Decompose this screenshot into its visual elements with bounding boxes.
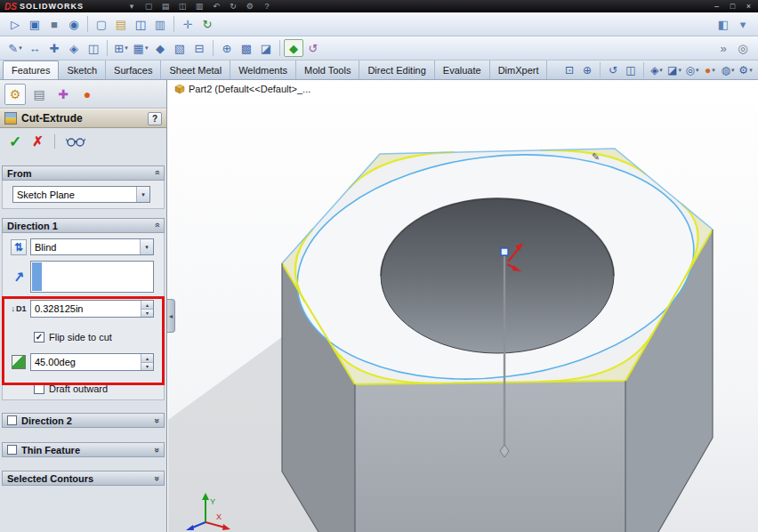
toolbar-pin-icon[interactable]: ◎: [733, 39, 753, 57]
hide-show-items-icon[interactable]: ◎▾: [683, 62, 701, 78]
macro-record-icon[interactable]: ◉: [64, 15, 84, 33]
new-part-icon[interactable]: ▢: [92, 15, 111, 33]
tab-sheet-metal[interactable]: Sheet Metal: [161, 60, 230, 79]
flip-side-checkbox[interactable]: ✓: [34, 332, 44, 343]
move-entities-icon[interactable]: ⊟: [190, 39, 209, 57]
thin-feature-checkbox[interactable]: [7, 445, 17, 455]
curvature-icon[interactable]: ↺: [303, 39, 323, 57]
sketch-tool-icon[interactable]: ✎▾: [5, 39, 25, 57]
mass-properties-icon[interactable]: ▩: [237, 39, 256, 57]
convert-entities-icon[interactable]: ◈: [64, 39, 84, 57]
collapse-group-icon[interactable]: »: [152, 171, 162, 175]
measure-icon[interactable]: ⊕: [217, 39, 237, 57]
feature-tree-root[interactable]: Part2 (Default<<Default>_...: [174, 84, 310, 94]
rapid-sketch-icon[interactable]: ▧: [170, 39, 190, 57]
selected-contours-group-header[interactable]: Selected Contours »: [2, 471, 165, 486]
save-file-icon[interactable]: ◫: [131, 15, 150, 33]
open-file-icon[interactable]: ▤: [111, 15, 131, 33]
rebuild-icon[interactable]: ↻: [228, 1, 238, 12]
zoom-to-fit-icon[interactable]: ⊡: [560, 62, 578, 78]
edit-appearance-icon[interactable]: ●▾: [701, 62, 719, 78]
repair-sketch-icon[interactable]: ▦▾: [131, 39, 150, 57]
displaymanager-tab[interactable]: ●: [77, 84, 98, 105]
macro-stop-icon[interactable]: ■: [44, 15, 64, 33]
print-file-icon[interactable]: ▥: [150, 15, 170, 33]
tab-evaluate[interactable]: Evaluate: [435, 60, 490, 79]
dropdown-arrow-icon[interactable]: ▾: [140, 239, 153, 254]
tab-direct-editing[interactable]: Direct Editing: [359, 60, 434, 79]
macro-pause-icon[interactable]: ▣: [25, 15, 44, 33]
thin-feature-group-header[interactable]: Thin Feature »: [2, 442, 165, 457]
quick-snaps-icon[interactable]: ◆: [150, 39, 170, 57]
save-icon[interactable]: ◫: [177, 1, 188, 12]
undo-icon[interactable]: ↶: [211, 1, 222, 12]
hex-nut-body[interactable]: [282, 133, 713, 532]
draft-angle-field[interactable]: 45.00deg ▴ ▾: [30, 353, 154, 371]
close-button[interactable]: ×: [744, 1, 754, 12]
detailed-preview-icon[interactable]: [66, 136, 85, 147]
minimize-button[interactable]: –: [712, 1, 722, 12]
tab-features[interactable]: Features: [3, 60, 59, 79]
tab-surfaces[interactable]: Surfaces: [106, 60, 161, 79]
section-properties-icon[interactable]: ◪: [256, 39, 276, 57]
draft-outward-checkbox[interactable]: [34, 383, 44, 394]
tab-sketch[interactable]: Sketch: [59, 60, 106, 79]
sketch-center-point[interactable]: [501, 248, 508, 255]
toolbar-options-caret-icon[interactable]: ▾: [733, 15, 753, 33]
draft-spinner[interactable]: ▴ ▾: [141, 354, 153, 370]
expand-group-icon[interactable]: »: [152, 447, 162, 452]
zoom-to-area-icon[interactable]: ⊕: [578, 62, 596, 78]
mirror-entities-icon[interactable]: ◫: [84, 39, 103, 57]
part-tree-label[interactable]: Part2 (Default<<Default>_...: [189, 84, 310, 94]
expand-group-icon[interactable]: »: [152, 476, 162, 480]
apply-scene-icon[interactable]: ◍▾: [719, 62, 737, 78]
tab-dimxpert[interactable]: DimXpert: [490, 60, 548, 79]
new-document-icon[interactable]: ▢: [143, 1, 154, 12]
rebuild-model-icon[interactable]: ↻: [198, 15, 217, 33]
display-style-icon[interactable]: ◪▾: [665, 62, 683, 78]
ok-button[interactable]: ✓: [9, 133, 21, 151]
macro-run-icon[interactable]: ▷: [5, 15, 25, 33]
open-document-icon[interactable]: ▤: [160, 1, 171, 12]
graphics-area[interactable]: ✎ Y X Part2 (Default<<Default>_...: [168, 80, 758, 532]
task-pane-toggle-icon[interactable]: ◧: [714, 15, 733, 33]
smart-dimension-icon[interactable]: ↔: [25, 39, 44, 57]
propertymanager-collapse-handle[interactable]: ◄: [167, 299, 175, 333]
view-orientation-icon[interactable]: ◈▾: [648, 62, 665, 78]
expand-group-icon[interactable]: »: [152, 418, 162, 423]
help-button[interactable]: ?: [148, 112, 162, 125]
cancel-button[interactable]: ✗: [32, 133, 44, 149]
direction1-group-header[interactable]: Direction 1 »: [2, 218, 165, 233]
collapse-group-icon[interactable]: »: [152, 223, 162, 228]
3d-model-view[interactable]: ✎ Y X: [168, 80, 758, 532]
expand-toolbar-icon[interactable]: »: [714, 39, 733, 57]
bore-hole[interactable]: [381, 198, 614, 353]
tab-mold-tools[interactable]: Mold Tools: [296, 60, 359, 79]
select-icon[interactable]: ✛: [178, 15, 198, 33]
configurationmanager-tab[interactable]: ▤: [28, 84, 50, 105]
restore-button[interactable]: □: [728, 1, 738, 12]
direction2-group-header[interactable]: Direction 2 »: [2, 413, 165, 428]
trim-entities-icon[interactable]: ✚: [44, 39, 64, 57]
help-icon[interactable]: ?: [262, 1, 272, 12]
instant3d-icon[interactable]: ◆: [284, 39, 303, 57]
depth-spinner[interactable]: ▴ ▾: [141, 301, 153, 317]
end-condition-dropdown[interactable]: Blind ▾: [30, 238, 154, 255]
from-group-header[interactable]: From »: [2, 165, 165, 181]
view-settings-icon[interactable]: ⚙▾: [737, 62, 754, 78]
previous-view-icon[interactable]: ↺: [604, 62, 622, 78]
options-icon[interactable]: ⚙: [245, 1, 255, 12]
print-icon[interactable]: ▥: [194, 1, 205, 12]
tab-weldments[interactable]: Weldments: [230, 60, 296, 79]
start-condition-dropdown[interactable]: Sketch Plane ▾: [12, 186, 150, 203]
propertymanager-tab[interactable]: ⚙: [4, 84, 26, 105]
draft-angle-icon[interactable]: [12, 355, 26, 369]
dropdown-arrow-icon[interactable]: ▾: [136, 187, 149, 202]
direction2-checkbox[interactable]: [7, 415, 17, 425]
dimxpertmanager-tab[interactable]: ✚: [52, 84, 74, 105]
section-view-icon[interactable]: ◫: [622, 62, 640, 78]
display-delete-relations-icon[interactable]: ⊞▾: [111, 39, 131, 57]
reverse-direction-icon[interactable]: ⇅: [11, 239, 27, 255]
depth-field[interactable]: 0.328125in ▴ ▾: [30, 300, 154, 318]
direction-selection-box[interactable]: [30, 261, 154, 293]
